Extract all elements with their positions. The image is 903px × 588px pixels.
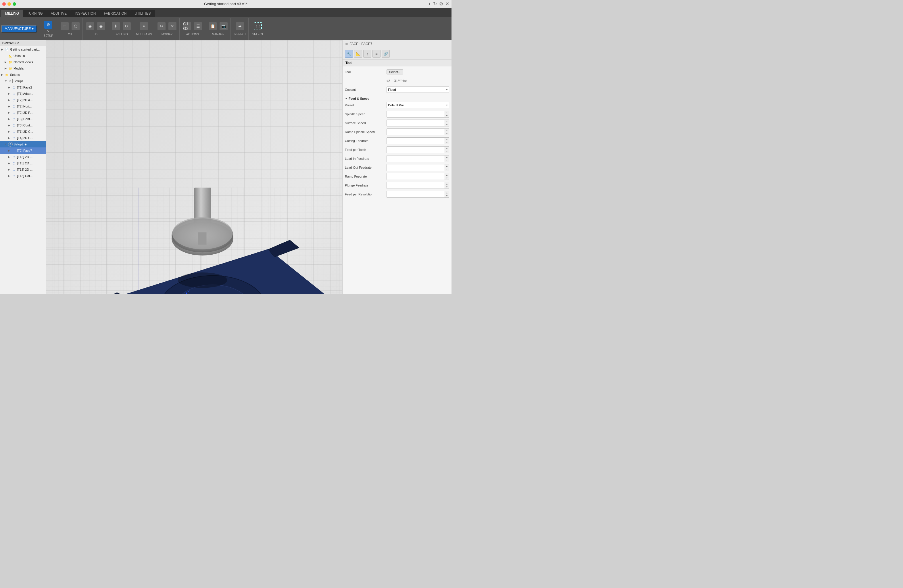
lead-out-up[interactable]: ▲ (445, 164, 449, 168)
op-icon-t13cor: ⬡ (11, 174, 16, 178)
tree-item-cont1[interactable]: ▶ ⬡ [T3] Cont... (0, 116, 46, 122)
2d-face-btn[interactable]: ▭ (60, 21, 70, 31)
op-icon-t13b: ⬡ (11, 161, 16, 165)
tree-item-setup2[interactable]: ▼ S Setup2 ⏺ (0, 141, 46, 148)
tree-item-named-views[interactable]: ▶ 📁 Named Views (0, 59, 46, 65)
2d-pocket-btn[interactable]: ⬡ (71, 21, 81, 31)
feed-per-rev-up[interactable]: ▲ (445, 191, 449, 194)
preset-row: Preset Default Pre... ▼ (345, 101, 449, 109)
tab-utilities[interactable]: UTILITIES (131, 10, 155, 17)
tree-item-2dc1[interactable]: ▶ ⬡ [T1] 2D C... (0, 129, 46, 135)
feed-per-tooth-up[interactable]: ▲ (445, 146, 449, 150)
preset-select[interactable]: Default Pre... (387, 102, 449, 108)
spindle-speed-down[interactable]: ▼ (445, 114, 449, 117)
tool-select-button[interactable]: Select... (387, 69, 403, 74)
modify-2-btn[interactable]: ✕ (167, 21, 178, 31)
lead-in-feedrate-input[interactable]: 20 in/min (387, 156, 445, 162)
ramp-spindle-input[interactable]: 12223.1 rpm (387, 129, 445, 135)
manage-btn[interactable]: 📋 (208, 21, 218, 31)
select-btn[interactable]: ⬚ (253, 21, 263, 31)
tree-item-hori[interactable]: ▶ ⬡ [T2] Hori... (0, 103, 46, 110)
plunge-feedrate-input[interactable]: 20 in/min (387, 182, 445, 189)
feed-per-tooth-input[interactable]: 0.001 in (387, 146, 445, 153)
tree-item-face2[interactable]: ▶ ⬡ [T1] Face2 (0, 84, 46, 91)
drilling-btn[interactable]: ⬇ (111, 21, 121, 31)
window-controls[interactable] (2, 2, 16, 6)
toolbar-group-inspect: ⬌ INSPECT (231, 18, 249, 40)
minimize-button[interactable] (8, 2, 11, 6)
tree-item-t13-2d-a[interactable]: ▶ ⬡ [T13] 2D ... (0, 154, 46, 160)
coolant-select[interactable]: Flood Mist None (387, 86, 449, 93)
feed-per-rev-input[interactable]: 0.0016362 i (387, 191, 445, 197)
ramp-spindle-up[interactable]: ▲ (445, 129, 449, 132)
drilling-2-icon: ⟳ (123, 22, 131, 30)
panel-tab-passes-icon[interactable]: ≡ (373, 50, 381, 58)
tree-item-2dc2[interactable]: ▶ ⬡ [T4] 2D C... (0, 135, 46, 141)
tree-item-face7[interactable]: ▶ ⬡ [T2] Face7 (0, 148, 46, 154)
tree-item-setups[interactable]: ▶ 📁 Setups (0, 72, 46, 78)
tree-item-cont2[interactable]: ▶ ⬡ [T3] Cont... (0, 122, 46, 129)
modify-btn[interactable]: ✂ (156, 21, 167, 31)
multi-axis-btn[interactable]: ✦ (139, 21, 149, 31)
3d-extra-btn[interactable]: ◆ (96, 21, 106, 31)
lead-in-down[interactable]: ▼ (445, 159, 449, 162)
inspect-btn[interactable]: ⬌ (235, 21, 245, 31)
tab-milling[interactable]: MILLING (1, 10, 23, 17)
surface-speed-up[interactable]: ▲ (445, 120, 449, 123)
tree-item-setup1[interactable]: ▼ S Setup1 (0, 78, 46, 84)
ramp-spindle-down[interactable]: ▼ (445, 132, 449, 135)
spindle-speed-up[interactable]: ▲ (445, 111, 449, 114)
plunge-feedrate-label: Plunge Feedrate (345, 184, 387, 187)
tab-fabrication[interactable]: FABRICATION (100, 10, 131, 17)
manufacture-button[interactable]: MANUFACTURE ▾ (1, 25, 37, 33)
tree-item-adap[interactable]: ▶ ⬡ [T1] Adap... (0, 91, 46, 97)
spindle-speed-input[interactable]: 12223.1 rpm (387, 111, 445, 117)
lead-out-feedrate-input[interactable]: 40 in/min (387, 164, 445, 171)
ramp-feedrate-down[interactable]: ▼ (445, 176, 449, 179)
feed-per-tooth-down[interactable]: ▼ (445, 150, 449, 153)
setup-btn[interactable]: ⚙ G (43, 20, 53, 33)
panel-tab-geometry-icon[interactable]: 📐 (354, 50, 362, 58)
drilling-2-btn[interactable]: ⟳ (121, 21, 132, 31)
feed-speed-section-header[interactable]: ▼ Feed & Speed (345, 97, 449, 100)
actions-btn[interactable]: G1 G2 (182, 21, 192, 31)
setups-folder-icon: 📁 (5, 72, 9, 77)
cutting-feedrate-input[interactable]: 36.6693 in/m (387, 138, 445, 144)
close-button[interactable] (2, 2, 6, 6)
feed-per-rev-down[interactable]: ▼ (445, 194, 449, 197)
maximize-button[interactable] (13, 2, 16, 6)
actions-2-btn[interactable]: ☰ (193, 21, 203, 31)
tree-item-getting-started[interactable]: ▶ 📄 Getting started part... (0, 46, 46, 53)
op-icon-t13c: ⬡ (11, 167, 16, 172)
3d-btn[interactable]: ◈ (85, 21, 95, 31)
manage-2-btn[interactable]: 📷 (219, 21, 229, 31)
tab-turning[interactable]: TURNING (23, 10, 47, 17)
tab-inspection[interactable]: INSPECTION (71, 10, 100, 17)
feed-per-rev-label: Feed per Revolution (345, 193, 387, 196)
cutting-feedrate-down[interactable]: ▼ (445, 141, 449, 144)
surface-speed-input[interactable]: 800 ft/min (387, 120, 445, 126)
tree-item-t13-2d-c[interactable]: ▶ ⬡ [T13] 2D ... (0, 167, 46, 173)
tree-item-t13-cor[interactable]: ▶ ⬡ [T13] Cor... (0, 173, 46, 179)
plunge-feedrate-up[interactable]: ▲ (445, 182, 449, 186)
tree-item-2dp[interactable]: ▶ ⬡ [T2] 2D P... (0, 110, 46, 116)
tab-additive[interactable]: ADDITIVE (47, 10, 71, 17)
tree-item-t13-2d-b[interactable]: ▶ ⬡ [T13] 2D ... (0, 160, 46, 167)
panel-tab-heights-icon[interactable]: ↕ (363, 50, 371, 58)
tree-item-2da[interactable]: ▶ ⬡ [T2] 2D A... (0, 97, 46, 103)
plunge-feedrate-down[interactable]: ▼ (445, 186, 449, 189)
cutting-feedrate-up[interactable]: ▲ (445, 138, 449, 141)
lead-out-down[interactable]: ▼ (445, 168, 449, 171)
ramp-feedrate-up[interactable]: ▲ (445, 173, 449, 176)
viewport[interactable]: Z Y X (46, 40, 342, 294)
lead-in-up[interactable]: ▲ (445, 156, 449, 159)
surface-speed-down[interactable]: ▼ (445, 123, 449, 126)
panel-tab-linking-icon[interactable]: 🔗 (382, 50, 390, 58)
tree-item-models[interactable]: ▶ 📁 Models (0, 65, 46, 72)
panel-tab-tool-icon[interactable]: 🔧 (345, 50, 353, 58)
2d-pocket-icon: ⬡ (72, 22, 80, 30)
coolant-label: Coolant (345, 88, 387, 91)
ramp-feedrate-input[interactable]: 20 in/min (387, 173, 445, 179)
tree-item-units[interactable]: 📐 Units: in (0, 53, 46, 59)
coolant-row: Coolant Flood Mist None ▼ (345, 86, 449, 93)
